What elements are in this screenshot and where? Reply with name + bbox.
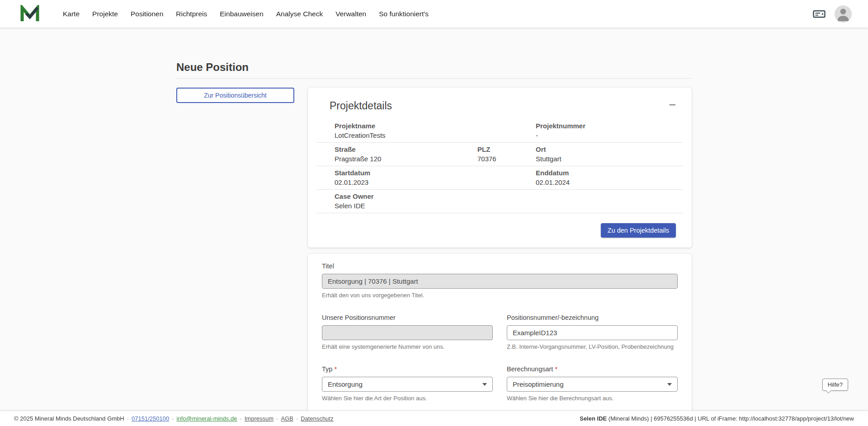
session-info: Selen IDE (Mineral Minds) | 69576255536d… (580, 415, 854, 422)
table-row: Projektname LotCreationTests Projektnumm… (317, 119, 683, 143)
field-plz: PLZ 70376 (477, 145, 536, 163)
unsere-positionsnummer-label: Unsere Positionsnummer (322, 314, 493, 322)
typ-select-value: Entsorgung (328, 380, 363, 388)
left-column: Zur Positionsübersicht (176, 88, 294, 103)
table-row: Straße Pragstraße 120 PLZ 70376 Ort Stut… (317, 143, 683, 166)
impressum-link[interactable]: Impressum (245, 415, 274, 422)
typ-label: Typ * (322, 365, 493, 373)
field-label: Case Owner (335, 192, 683, 201)
session-details: (Mineral Minds) | 69576255536d | URL of … (607, 415, 854, 422)
datenschutz-link[interactable]: Datenschutz (301, 415, 333, 422)
titel-input (322, 274, 678, 289)
typ-group: Typ * Entsorgung Wählen Sie hier die Art… (322, 365, 493, 402)
help-button-label: Hilfe? (828, 381, 843, 388)
field-ort: Ort Stuttgart (536, 145, 683, 163)
nav-item-verwalten[interactable]: Verwalten (335, 10, 366, 18)
back-to-positions-button[interactable]: Zur Positionsübersicht (176, 88, 294, 103)
agb-link[interactable]: AGB (281, 415, 293, 422)
main-nav: Karte Projekte Positionen Richtpreis Ein… (63, 10, 813, 18)
field-startdatum: Startdatum 02.01.2023 (317, 169, 536, 187)
berechnungsart-label: Berechnungsart * (507, 365, 678, 373)
chevron-down-icon (667, 383, 672, 386)
positionsnummer-input[interactable] (507, 325, 678, 340)
nav-item-karte[interactable]: Karte (63, 10, 80, 18)
field-label: Startdatum (335, 169, 536, 177)
navbar: Karte Projekte Positionen Richtpreis Ein… (0, 0, 868, 28)
chevron-down-icon (482, 383, 487, 386)
field-label: Projektnummer (536, 122, 683, 130)
positionsnummer-help: Z.B. Interne-Vorgangsnummer, LV-Position… (507, 343, 678, 351)
field-value: Stuttgart (536, 154, 683, 163)
field-label: Ort (536, 145, 683, 154)
field-projektname: Projektname LotCreationTests (317, 122, 536, 140)
field-label: Projektname (335, 122, 536, 130)
footer: © 2025 Mineral Minds Deutschland GmbH · … (0, 411, 868, 426)
project-details-table: Projektname LotCreationTests Projektnumm… (317, 119, 683, 213)
titel-help: Erhält den von uns vorgegebenen Titel. (322, 292, 678, 299)
separator: · (127, 415, 129, 422)
nav-item-projekte[interactable]: Projekte (92, 10, 118, 18)
table-row: Startdatum 02.01.2023 Enddatum 02.01.202… (317, 166, 683, 190)
person-icon (835, 5, 852, 23)
project-details-card: Projektdetails – Projektname LotCreation… (308, 88, 692, 248)
field-value: Pragstraße 120 (335, 154, 477, 163)
field-value: 70376 (477, 154, 536, 163)
page-title: Neue Position (176, 61, 692, 79)
field-projektnummer: Projektnummer - (536, 122, 683, 140)
nav-item-richtpreis[interactable]: Richtpreis (176, 10, 207, 18)
nav-item-einbauweisen[interactable]: Einbauweisen (220, 10, 264, 18)
logo[interactable] (20, 5, 39, 23)
separator: · (240, 415, 241, 422)
unsere-positionsnummer-input (322, 325, 493, 340)
field-case-owner: Case Owner Selen IDE (317, 192, 683, 210)
field-value: Selen IDE (335, 201, 683, 210)
table-row: Case Owner Selen IDE (317, 190, 683, 213)
logo-icon (20, 5, 39, 23)
nav-item-so-funktionierts[interactable]: So funktioniert's (379, 10, 429, 18)
field-label: PLZ (477, 145, 536, 154)
project-details-button[interactable]: Zu den Projektdetails (601, 223, 676, 238)
nav-item-positionen[interactable]: Positionen (131, 10, 163, 18)
positionsnummer-group: Positionsnummer/-bezeichnung Z.B. Intern… (507, 314, 678, 351)
separator: · (296, 415, 298, 422)
email-link[interactable]: info@mineral-minds.de (177, 415, 237, 422)
field-label: Straße (335, 145, 477, 154)
nav-item-analyse-check[interactable]: Analyse Check (276, 10, 323, 18)
project-details-title: Projektdetails (330, 99, 392, 112)
titel-label: Titel (322, 262, 678, 270)
field-value: - (536, 131, 683, 140)
footer-left: © 2025 Mineral Minds Deutschland GmbH · … (14, 415, 333, 422)
phone-link[interactable]: 07151/250100 (132, 415, 169, 422)
typ-select[interactable]: Entsorgung (322, 377, 493, 392)
positionsnummer-label: Positionsnummer/-bezeichnung (507, 314, 678, 322)
field-value: LotCreationTests (335, 131, 536, 140)
field-strasse: Straße Pragstraße 120 (317, 145, 477, 163)
unsere-positionsnummer-group: Unsere Positionsnummer Erhält eine syste… (322, 314, 493, 351)
berechnungsart-help: Wählen Sie hier die Berechnungsart aus. (507, 395, 678, 402)
berechnungsart-group: Berechnungsart * Preisoptimierung Wählen… (507, 365, 678, 402)
required-asterisk: * (555, 365, 557, 373)
typ-help: Wählen Sie hier die Art der Position aus… (322, 395, 493, 402)
session-user: Selen IDE (580, 415, 607, 422)
separator: · (172, 415, 174, 422)
typ-label-text: Typ (322, 365, 332, 373)
field-value: 02.01.2024 (536, 178, 683, 187)
field-label: Enddatum (536, 169, 683, 177)
berechnungsart-select[interactable]: Preisoptimierung (507, 377, 678, 392)
help-button[interactable]: Hilfe? (822, 379, 848, 391)
berechnungsart-label-text: Berechnungsart (507, 365, 553, 373)
copyright-text: © 2025 Mineral Minds Deutschland GmbH (14, 415, 124, 422)
new-position-form-card: Titel Erhält den von uns vorgegebenen Ti… (308, 254, 692, 426)
collapse-button[interactable]: – (667, 99, 678, 108)
main-content: Neue Position Zur Positionsübersicht Pro… (0, 0, 868, 426)
required-asterisk: * (334, 365, 337, 373)
separator: · (276, 415, 278, 422)
avatar[interactable] (835, 5, 852, 23)
right-column: Projektdetails – Projektname LotCreation… (308, 88, 692, 426)
field-enddatum: Enddatum 02.01.2024 (536, 169, 683, 187)
unsere-positionsnummer-help: Erhält eine systemgenerierte Nummer von … (322, 343, 493, 351)
navbar-right (813, 5, 852, 23)
server-icon[interactable] (813, 9, 826, 19)
titel-group: Titel Erhält den von uns vorgegebenen Ti… (322, 262, 678, 299)
field-value: 02.01.2023 (335, 178, 536, 187)
